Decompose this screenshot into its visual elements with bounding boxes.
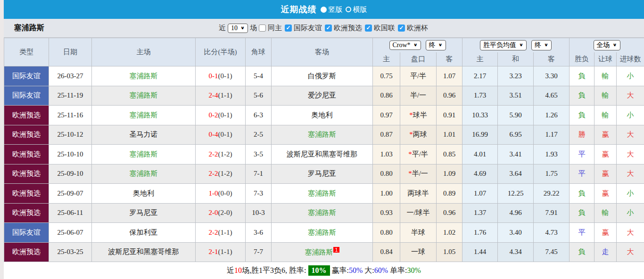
corner-count: 10-3 — [246, 203, 272, 223]
away-team: 罗马尼亚 — [272, 164, 373, 184]
odds-away: 1.09 — [437, 164, 462, 184]
col-header-date: 日期 — [49, 38, 92, 66]
avg-home: 1.37 — [462, 203, 498, 223]
match-history-table: 类型 日期 主场 比分(半场) 角球 客场 Crow*∨ 终∨ 胜平负均 — [4, 38, 644, 262]
corner-count: 3-6 — [246, 223, 272, 243]
chevron-down-icon: ∨ — [240, 25, 245, 30]
radio-selected-icon[interactable] — [321, 7, 327, 13]
sub-header-odds-home: 主 — [373, 52, 400, 66]
odds-home: 0.84 — [373, 242, 400, 262]
recent-results-page: 近期战绩 竖版 横版 塞浦路斯 近 10∨ 场 — [0, 0, 644, 279]
radio-horizontal-label: 横版 — [353, 5, 367, 14]
result-handicap: 走 — [594, 242, 617, 262]
result-winlose: 負 — [570, 242, 594, 262]
chevron-down-icon: ∨ — [438, 43, 443, 48]
scope-select[interactable]: 全场∨ — [594, 40, 620, 50]
avg-group-header: 胜平负均值∨ 终∨ — [462, 38, 570, 52]
radio-horizontal-layout[interactable]: 横版 — [346, 5, 367, 14]
result-goals: 小 — [617, 66, 644, 86]
result-goals: 大 — [617, 125, 644, 145]
result-handicap: 赢 — [594, 164, 617, 184]
odds-home: 0.86 — [373, 86, 400, 106]
same-home-checkbox[interactable] — [259, 25, 266, 32]
radio-unselected-icon[interactable] — [346, 7, 351, 12]
match-type-badge: 国际友谊 — [4, 66, 49, 86]
competition-checkbox-friendly[interactable]: ✓ — [285, 25, 292, 32]
table-row: 欧洲预选25-09-07奥地利1-0(0-0)7-3塞浦路斯1.00两球半0.8… — [4, 184, 644, 204]
win-rate-badge: 10% — [308, 265, 330, 276]
card-badge: 1 — [333, 247, 339, 253]
radio-vertical-layout[interactable]: 竖版 — [321, 5, 343, 14]
odds-home: 1.00 — [373, 184, 400, 204]
away-team: 白俄罗斯 — [272, 66, 373, 86]
result-winlose: 負 — [570, 203, 594, 223]
result-handicap: 赢 — [594, 223, 617, 243]
result-winlose: 平 — [570, 164, 594, 184]
scope-group-header: 全场∨ — [570, 38, 644, 52]
competition-label-euro-qualifier: 欧洲预选 — [334, 24, 362, 33]
avg-home: 1.07 — [462, 184, 498, 204]
handicap: *平/半 — [400, 145, 437, 164]
avg-draw: 6.95 — [498, 125, 534, 145]
avg-home: 1.76 — [462, 223, 498, 243]
result-winlose: 平 — [570, 145, 594, 164]
win-odds-value: 50% — [349, 266, 363, 274]
sub-header-winlose: 胜负 — [570, 52, 594, 66]
sub-header-handicap: 盘口 — [400, 52, 437, 66]
odds-home: 0.75 — [373, 66, 400, 86]
avg-away: 1.75 — [534, 164, 570, 184]
table-row: 欧洲预选25-11-16塞浦路斯0-2(0-1)6-3奥地利0.97*球半0.9… — [4, 106, 644, 125]
table-row: 欧洲预选25-10-12圣马力诺0-4(0-1)2-5塞浦路斯0.87*两球1.… — [4, 125, 644, 145]
match-type-badge: 欧洲预选 — [4, 145, 49, 164]
competition-checkbox-euro-qualifier[interactable]: ✓ — [325, 25, 332, 32]
result-handicap: 輸 — [594, 106, 617, 125]
odds-stage-select-2[interactable]: 终∨ — [531, 40, 552, 50]
corner-count: 2-5 — [246, 125, 272, 145]
handicap: 平/半 — [400, 66, 437, 86]
handicap: *半/一 — [400, 164, 437, 184]
odds-group-header: Crow*∨ 终∨ — [373, 38, 462, 52]
avg-away: 4.65 — [534, 86, 570, 106]
avg-draw: 12.25 — [498, 184, 534, 204]
corner-count: 7-3 — [246, 184, 272, 204]
result-handicap: 赢 — [594, 125, 617, 145]
avg-away: 4.73 — [534, 223, 570, 243]
single-rate-value: 30% — [407, 266, 421, 274]
match-date: 26-03-27 — [49, 66, 92, 86]
avg-home: 4.01 — [462, 145, 498, 164]
result-goals: 大 — [617, 145, 644, 164]
competition-label-friendly: 国际友谊 — [294, 24, 322, 33]
result-winlose: 負 — [570, 86, 594, 106]
odds-stage-select-1[interactable]: 终∨ — [426, 40, 446, 50]
result-handicap: 輸 — [594, 66, 617, 86]
page-title: 近期战绩 — [281, 4, 317, 15]
sub-header-goal-count: 进球数 — [617, 52, 644, 66]
single-rate-label: 单率: — [390, 266, 407, 274]
summary-footer: 近10场,胜1平3负6, 胜率: 10% 赢率:50% 大:60% 单率:30% — [4, 262, 644, 279]
result-handicap: 輸 — [594, 203, 617, 223]
match-type-badge: 欧洲预选 — [4, 242, 49, 262]
away-team: 塞浦路斯 — [272, 223, 373, 243]
matches-label: 场 — [250, 24, 257, 33]
avg-away: 3.30 — [534, 66, 570, 86]
handicap: *两球 — [400, 125, 437, 145]
odds-home: 0.87 — [373, 125, 400, 145]
table-row: 国际友谊26-03-27塞浦路斯0-1(0-1)5-4白俄罗斯0.75平/半1.… — [4, 66, 644, 86]
odds-company-select[interactable]: Crow*∨ — [389, 41, 421, 50]
competition-label-nations-league: 欧国联 — [374, 24, 395, 33]
chevron-down-icon: ∨ — [519, 43, 523, 48]
sub-header-avg-away: 客 — [534, 52, 570, 66]
competition-checkbox-nations-league[interactable]: ✓ — [365, 25, 372, 32]
odds-away: 1.07 — [437, 66, 462, 86]
col-header-score: 比分(半场) — [196, 38, 246, 66]
recent-count-select[interactable]: 10∨ — [228, 24, 248, 33]
recent-label: 近 — [219, 24, 226, 33]
result-winlose: 負 — [570, 106, 594, 125]
odds-home: 0.93 — [373, 203, 400, 223]
sub-header-odds-away: 客 — [437, 52, 462, 66]
corner-count: 5-6 — [246, 86, 272, 106]
result-goals: 大 — [617, 223, 644, 243]
avg-type-select[interactable]: 胜平负均值∨ — [480, 40, 527, 50]
competition-checkbox-euro-cup[interactable]: ✓ — [398, 25, 405, 32]
match-date: 25-09-07 — [49, 184, 92, 204]
